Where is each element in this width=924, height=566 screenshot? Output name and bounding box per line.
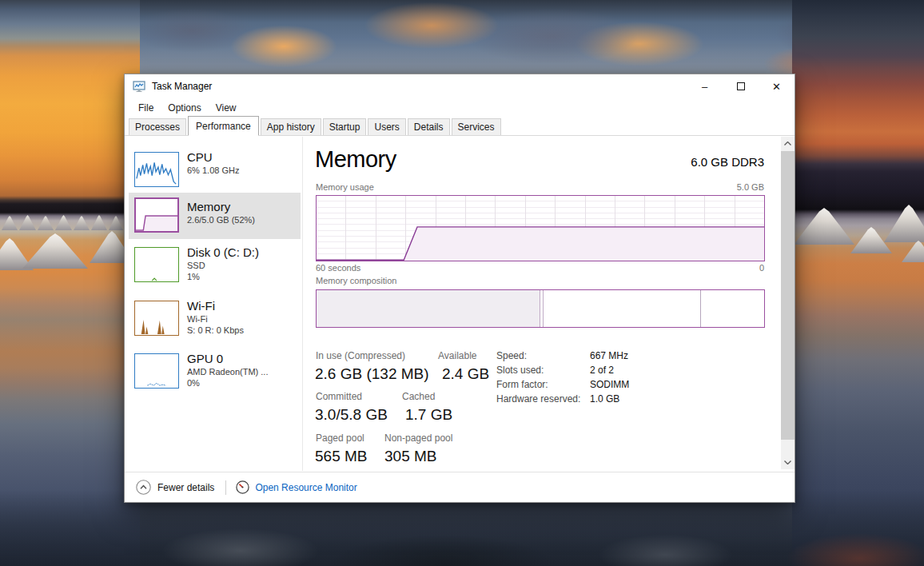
comp-seg-inuse [317,290,540,327]
minimize-button[interactable]: – [687,74,723,98]
committed-label: Committed [316,391,362,402]
sidebar-icon-0 [134,152,179,187]
sidebar-item-cpu[interactable]: CPU 6% 1.08 GHz [125,149,302,191]
time-axis-left: 60 seconds [316,263,360,273]
comp-seg-standby [544,290,701,327]
slots-used-value: 2 of 2 [590,365,614,376]
tab-app-history[interactable]: App history [261,118,321,135]
window-title: Task Manager [152,81,212,92]
sidebar-icon-1 [134,197,179,233]
background-left-strip [0,0,140,566]
cpu-title: CPU [187,149,299,165]
background-right-strip [792,0,924,566]
gpu-minigraph-icon [135,354,178,388]
cached-value: 1.7 GB [405,406,452,424]
fewer-details-button[interactable]: Fewer details [136,480,214,495]
maximize-icon [737,82,745,90]
menu-view[interactable]: View [209,100,244,116]
gpu-usage: 0% [187,377,299,389]
footer-divider [225,480,226,495]
gpu-title: GPU 0 [187,351,299,366]
memory-total: 6.0 GB DDR3 [691,155,764,169]
footer-bar: Fewer details Open Resource Monitor [125,472,795,502]
fewer-details-label: Fewer details [157,482,214,493]
usage-graph-max: 5.0 GB [737,182,764,192]
cpu-stats: 6% 1.08 GHz [187,165,299,176]
disk-title: Disk 0 (C: D:) [187,245,299,260]
tab-startup[interactable]: Startup [323,118,367,135]
chevron-up-circle-icon [136,480,151,495]
memory-title: Memory [187,199,299,214]
scrollbar-thumb[interactable] [781,151,795,440]
disk-minigraph-icon [135,248,178,281]
disk-usage: 1% [187,271,299,282]
memory-panel: Memory 6.0 GB DDR3 Memory usage 5.0 GB 6… [314,136,767,473]
nonpaged-pool-value: 305 MB [384,448,436,465]
sidebar-item-memory[interactable]: Memory 2.6/5.0 GB (52%) [125,193,302,239]
wifi-minigraph-icon [135,301,178,335]
open-resource-monitor-link[interactable]: Open Resource Monitor [236,480,356,494]
scroll-down-button[interactable] [781,456,795,469]
page-title: Memory [315,146,396,173]
available-label: Available [438,350,476,361]
tab-users[interactable]: Users [368,118,405,135]
comp-seg-free [701,290,764,327]
time-axis-right: 0 [759,263,764,273]
slots-used-label: Slots used: [496,365,544,376]
speed-value: 667 MHz [590,350,628,361]
usage-graph-label: Memory usage [316,182,374,192]
tab-services[interactable]: Services [452,118,501,135]
gpu-name: AMD Radeon(TM) ... [187,366,299,377]
cpu-sparkline-icon [135,153,178,186]
tab-performance[interactable]: Performance [188,116,259,136]
sidebar-icon-2 [134,247,179,282]
wifi-adapter: Wi-Fi [187,313,299,325]
task-manager-icon [133,80,145,93]
sidebar-item-wifi[interactable]: Wi-Fi Wi-Fi S: 0 R: 0 Kbps [125,298,302,346]
menubar: File Options View [125,98,795,117]
memory-usage-area [317,227,764,261]
committed-value: 3.0/5.8 GB [315,406,388,424]
hardware-reserved-value: 1.0 GB [590,393,619,405]
speed-label: Speed: [496,350,527,361]
open-resource-monitor-label: Open Resource Monitor [255,482,356,493]
task-manager-window: Task Manager – ✕ File Options View Proce… [124,74,795,503]
cached-label: Cached [402,391,435,402]
form-factor-label: Form factor: [496,379,548,390]
available-value: 2.4 GB [442,365,489,383]
titlebar[interactable]: Task Manager – ✕ [125,74,795,98]
form-factor-value: SODIMM [590,379,629,390]
vertical-scrollbar[interactable] [781,137,795,469]
tab-processes[interactable]: Processes [129,118,186,135]
nonpaged-pool-label: Non-paged pool [384,432,452,444]
paged-pool-label: Paged pool [316,432,364,444]
memory-usage-graph [316,195,765,261]
menu-file[interactable]: File [131,100,161,116]
maximize-button[interactable] [723,74,759,98]
minimize-icon: – [702,81,707,93]
performance-sidebar: CPU 6% 1.08 GHz Memory 2.6/5.0 GB (52%) [125,137,303,471]
paged-pool-value: 565 MB [315,448,367,465]
tab-details[interactable]: Details [408,118,450,135]
resource-monitor-gauge-icon [236,480,249,494]
disk-type: SSD [187,260,299,271]
sidebar-icon-3 [134,301,179,336]
composition-label: Memory composition [316,276,396,285]
memory-minigraph-icon [136,199,177,231]
sidebar-item-gpu0[interactable]: GPU 0 AMD Radeon(TM) ... 0% [125,351,302,399]
sidebar-icon-4 [134,353,179,389]
memory-composition-bar [316,289,765,328]
menu-options[interactable]: Options [161,100,208,116]
scroll-down-icon [784,460,791,464]
memory-stats: 2.6/5.0 GB (52%) [187,214,299,225]
close-icon: ✕ [772,81,781,93]
close-button[interactable]: ✕ [759,74,795,98]
wifi-throughput: S: 0 R: 0 Kbps [187,325,299,336]
hardware-reserved-label: Hardware reserved: [496,393,580,405]
sidebar-item-disk0[interactable]: Disk 0 (C: D:) SSD 1% [125,245,302,293]
in-use-label: In use (Compressed) [316,350,405,361]
scroll-up-button[interactable] [781,137,795,150]
scroll-up-icon [784,142,791,145]
in-use-value: 2.6 GB (132 MB) [315,365,429,383]
tabstrip: Processes Performance App history Startu… [125,117,795,136]
